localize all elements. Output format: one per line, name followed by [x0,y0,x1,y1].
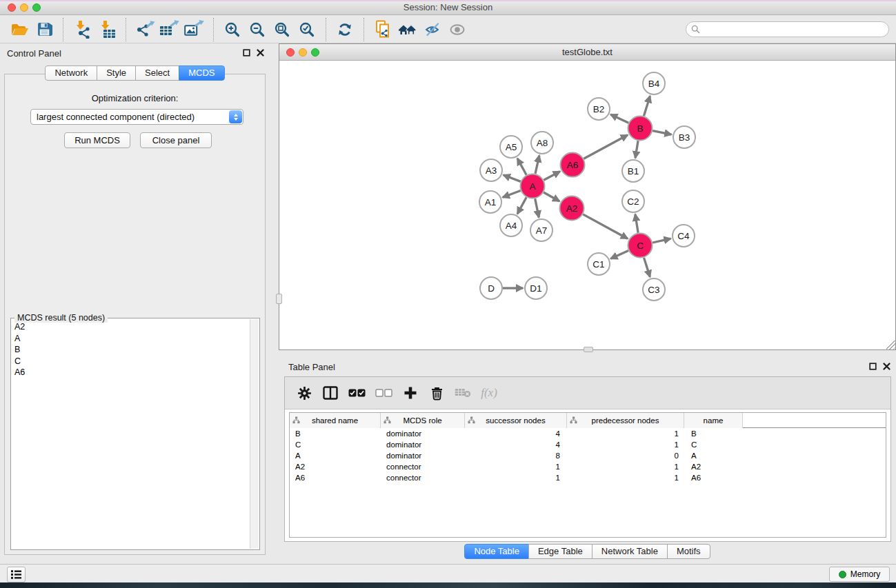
graph-node-B[interactable]: B [628,116,653,141]
column-header-name[interactable]: name [684,413,743,428]
table-cell[interactable]: 4 [465,439,567,450]
graph-node-C[interactable]: C [628,234,653,258]
deselect-all-checkboxes-icon[interactable] [375,383,392,403]
graph-edge-A-A1[interactable] [503,191,521,198]
graph-edge-A-A8[interactable] [535,156,539,174]
graph-edge-B-B4[interactable] [644,96,650,116]
graph-node-A7[interactable]: A7 [530,219,552,241]
graph-edge-C-C2[interactable] [635,214,638,233]
hide-graphical-details-icon[interactable] [420,18,445,41]
delete-table-icon[interactable] [455,383,471,403]
table-row[interactable]: A6connector11A6 [290,472,886,483]
table-cell[interactable]: A2 [290,461,381,472]
graph-node-A5[interactable]: A5 [500,136,522,158]
table-cell[interactable]: C [684,439,743,450]
table-row[interactable]: Adominator80A [290,450,886,461]
table-cell[interactable]: 4 [465,428,567,439]
table-cell[interactable]: 1 [567,472,684,483]
select-all-checkboxes-icon[interactable] [348,383,366,403]
column-header-predecessor-nodes[interactable]: predecessor nodes [567,413,684,428]
table-cell[interactable]: A6 [684,472,743,483]
network-canvas[interactable]: B4B2BB3A8A5A6B1A3AC2A1A2A4A7C4CC1C3DD1 [279,61,895,349]
export-network-icon[interactable] [132,18,157,41]
graph-node-B3[interactable]: B3 [673,126,695,148]
show-graphical-details-icon[interactable] [445,18,470,41]
network-vertical-scroll-thumb[interactable] [276,294,282,304]
graph-node-B2[interactable]: B2 [588,98,610,120]
zoom-in-icon[interactable] [220,18,245,41]
graph-edge-A6-B[interactable] [584,135,628,159]
table-cell[interactable]: connector [381,472,465,483]
tab-network-table[interactable]: Network Table [592,544,668,559]
float-panel-icon[interactable] [243,49,250,57]
graph-edge-A-A6[interactable] [544,172,560,181]
table-cell[interactable]: connector [381,461,465,472]
graph-edge-A2-C[interactable] [583,214,628,239]
table-cell[interactable]: dominator [381,450,465,461]
graph-node-A3[interactable]: A3 [480,159,502,181]
table-cell[interactable]: 1 [567,461,684,472]
table-cell[interactable]: A2 [684,461,743,472]
close-panel-icon[interactable] [883,363,890,370]
table-cell[interactable]: A [684,450,743,461]
column-header-successor-nodes[interactable]: successor nodes [465,413,567,428]
graph-edge-C-C4[interactable] [653,239,670,243]
table-row[interactable]: A2connector11A2 [290,461,886,472]
task-history-button[interactable] [7,567,26,582]
import-network-icon[interactable] [70,18,94,41]
graph-node-A6[interactable]: A6 [561,153,585,177]
graph-node-C4[interactable]: C4 [673,225,695,247]
column-header-shared-name[interactable]: shared name [290,413,381,428]
graph-edge-A-A5[interactable] [517,159,526,175]
graph-edge-B-B2[interactable] [610,114,628,123]
tab-style[interactable]: Style [97,65,136,81]
close-panel-icon[interactable] [257,49,264,57]
zoom-selected-icon[interactable] [295,18,319,41]
mcds-result-item[interactable]: A2 [12,321,249,333]
open-file-icon[interactable] [7,18,32,41]
mcds-result-scrollbar[interactable] [250,319,259,549]
graph-edge-A-A3[interactable] [504,175,521,182]
tab-node-table[interactable]: Node Table [464,544,529,559]
table-cell[interactable]: 1 [465,461,567,472]
graph-edge-A-A7[interactable] [535,199,539,217]
close-panel-button[interactable]: Close panel [140,132,212,148]
graph-node-C2[interactable]: C2 [622,190,644,212]
clone-network-icon[interactable] [370,18,395,41]
tab-select[interactable]: Select [135,65,179,81]
mcds-result-item[interactable]: C [12,356,249,367]
table-cell[interactable]: C [290,439,381,450]
graph-node-D1[interactable]: D1 [525,277,547,299]
table-cell[interactable]: A [290,450,381,461]
dropdown-stepper-icon[interactable] [229,110,242,123]
graph-node-A8[interactable]: A8 [531,132,553,154]
delete-columns-icon[interactable] [428,383,445,403]
table-cell[interactable]: 0 [567,450,684,461]
graph-edge-C-C3[interactable] [644,258,650,277]
split-table-icon[interactable] [322,383,339,403]
table-cell[interactable]: 1 [567,439,684,450]
save-session-icon[interactable] [32,18,57,41]
table-cell[interactable]: dominator [381,428,465,439]
zoom-fit-icon[interactable] [270,18,295,41]
graph-edge-B-B3[interactable] [653,131,671,135]
graph-edge-B-B1[interactable] [635,141,638,158]
function-builder-icon[interactable]: f(x) [481,383,497,403]
export-image-icon[interactable] [182,18,207,41]
graph-node-C3[interactable]: C3 [643,278,665,301]
table-cell[interactable]: 8 [465,450,567,461]
table-cell[interactable]: B [290,428,381,439]
table-settings-icon[interactable] [296,383,312,403]
graph-node-D[interactable]: D [480,277,502,299]
table-cell[interactable]: 1 [567,428,684,439]
memory-button[interactable]: Memory [829,567,890,582]
table-cell[interactable]: B [684,428,743,439]
graph-node-A[interactable]: A [521,174,545,199]
tab-mcds[interactable]: MCDS [179,65,224,81]
search-field[interactable] [686,21,889,37]
table-cell[interactable]: dominator [381,439,465,450]
table-row[interactable]: Bdominator41B [290,428,886,439]
zoom-out-icon[interactable] [245,18,270,41]
graph-edge-A-A2[interactable] [544,192,559,201]
tab-motifs[interactable]: Motifs [667,544,710,559]
